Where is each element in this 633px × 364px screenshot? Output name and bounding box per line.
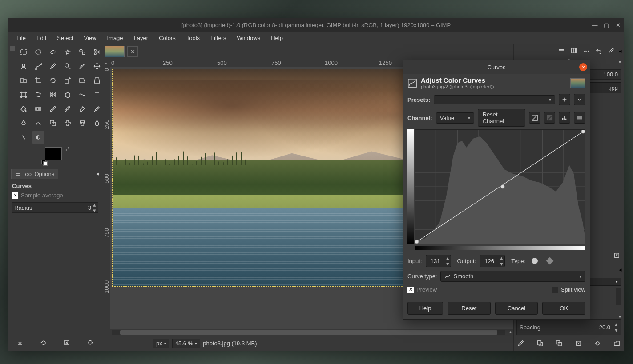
channel-select[interactable]: Value▾ <box>436 112 474 124</box>
vertical-ruler[interactable]: 0 250 500 750 1000 <box>102 67 110 329</box>
tool-mypaint[interactable] <box>32 117 44 129</box>
point-type-circle[interactable] <box>529 255 540 267</box>
new-brush-icon[interactable] <box>536 340 543 348</box>
zoom-select[interactable]: 45.6 %▾ <box>172 339 200 348</box>
tool-smudge[interactable] <box>17 131 30 144</box>
tool-gradient[interactable] <box>32 103 44 115</box>
undo-tab-icon[interactable] <box>593 45 605 56</box>
histogram-log-icon[interactable] <box>544 112 556 124</box>
tool-zoom[interactable] <box>61 60 74 72</box>
refresh-brush-icon[interactable] <box>594 340 601 348</box>
menu-view[interactable]: View <box>80 33 101 43</box>
edit-brush-icon[interactable] <box>517 340 524 348</box>
unit-select[interactable]: px▾ <box>153 339 169 348</box>
input-field[interactable]: ▴▾ <box>426 255 451 267</box>
menu-filters[interactable]: Filters <box>206 33 230 43</box>
tool-bucket-fill[interactable] <box>17 103 30 115</box>
layers-tab-icon[interactable] <box>556 45 567 56</box>
menu-help[interactable]: Help <box>266 33 287 43</box>
channels-tab-icon[interactable] <box>568 45 580 56</box>
menu-colors[interactable]: Colors <box>154 33 180 43</box>
maximize-button[interactable]: ▢ <box>603 22 609 28</box>
tool-perspective-clone[interactable] <box>76 117 89 129</box>
help-button[interactable]: Help <box>407 302 443 315</box>
tool-heal[interactable] <box>61 117 74 129</box>
menu-edit[interactable]: Edit <box>32 33 51 43</box>
tool-handle-transform[interactable] <box>32 88 44 101</box>
curves-titlebar[interactable]: Curves ✕ <box>403 60 590 74</box>
menu-tools[interactable]: Tools <box>182 33 204 43</box>
dup-brush-icon[interactable] <box>556 340 562 348</box>
tool-paths[interactable] <box>32 60 44 72</box>
restore-preset-icon[interactable] <box>40 339 47 348</box>
tool-free-select[interactable] <box>47 46 59 58</box>
tool-move[interactable] <box>91 60 103 72</box>
tool-scissors[interactable] <box>91 46 103 58</box>
tool-options-tab[interactable]: ▭Tool Options <box>11 169 58 179</box>
histogram-linear-icon[interactable] <box>529 112 540 124</box>
right-dock-cfg-icon[interactable]: ◂ <box>619 48 622 54</box>
ok-button[interactable]: OK <box>542 302 585 315</box>
image-tab-close[interactable]: ✕ <box>127 46 138 57</box>
collapse2-icon[interactable]: ▾ <box>619 60 621 64</box>
tool-color-picker[interactable] <box>47 60 59 72</box>
tool-clone[interactable] <box>47 117 59 129</box>
delete-preset-icon[interactable] <box>63 339 70 348</box>
tool-cage[interactable] <box>61 88 74 101</box>
brush-tab-icon[interactable] <box>605 45 617 56</box>
menu-select[interactable]: Select <box>52 33 77 43</box>
minimize-button[interactable]: — <box>592 22 598 28</box>
ruler-origin[interactable]: ▸ <box>102 59 110 67</box>
reset-button[interactable]: Reset <box>448 302 491 315</box>
tool-fuzzy-select[interactable] <box>61 46 74 58</box>
tool-unified-transform[interactable] <box>17 88 30 101</box>
menu-windows[interactable]: Windows <box>232 33 265 43</box>
tool-ellipse-select[interactable] <box>32 46 44 58</box>
radius-field[interactable]: Radius 3 ▴▾ <box>12 202 98 213</box>
close-button[interactable]: ✕ <box>615 22 621 28</box>
tool-blur[interactable] <box>91 117 103 129</box>
histogram-4-icon[interactable] <box>574 112 585 124</box>
image-tab-thumb[interactable] <box>105 46 125 57</box>
paths-tab-icon[interactable] <box>581 45 592 56</box>
dock-configure-icon[interactable]: ◂ <box>96 170 99 177</box>
right-dock-cfg2-icon[interactable]: ◂ <box>619 266 622 273</box>
brush-expand-icon[interactable]: ▾ <box>619 314 621 319</box>
tool-scale[interactable] <box>61 74 74 87</box>
preset-menu-button[interactable] <box>574 94 585 105</box>
tool-foreground-select[interactable] <box>17 60 30 72</box>
curve-type-select[interactable]: Smooth▾ <box>440 271 585 282</box>
preview-checkbox[interactable]: ✕ <box>407 287 414 293</box>
tool-measure[interactable] <box>76 60 89 72</box>
reset-preset-icon[interactable] <box>87 339 94 348</box>
preset-add-button[interactable] <box>559 94 570 105</box>
tool-perspective[interactable] <box>91 74 103 87</box>
tool-rect-select[interactable] <box>17 46 30 58</box>
tool-eraser[interactable] <box>76 103 89 115</box>
sample-average-checkbox[interactable]: ✕ <box>12 192 18 199</box>
menu-image[interactable]: Image <box>102 33 127 43</box>
cancel-button[interactable]: Cancel <box>495 302 538 315</box>
tool-by-color-select[interactable] <box>76 46 89 58</box>
tool-text[interactable] <box>91 88 103 101</box>
del-brush-icon[interactable] <box>575 340 582 348</box>
split-view-checkbox[interactable] <box>552 287 558 293</box>
curves-close-button[interactable]: ✕ <box>579 63 587 71</box>
tool-align[interactable] <box>17 74 30 87</box>
menu-file[interactable]: File <box>12 33 30 43</box>
presets-select[interactable]: ▾ <box>434 95 555 104</box>
tool-crop[interactable] <box>32 74 44 87</box>
horizontal-scrollbar[interactable]: ▴ <box>102 329 513 336</box>
curves-plot[interactable] <box>415 129 585 244</box>
tool-flip[interactable] <box>47 88 59 101</box>
reset-channel-button[interactable]: Reset Channel <box>478 109 525 127</box>
tool-airbrush[interactable] <box>91 103 103 115</box>
brush-scroll[interactable] <box>616 288 621 305</box>
tool-paintbrush[interactable] <box>61 103 74 115</box>
save-preset-icon[interactable] <box>16 339 24 348</box>
tool-dodge-burn[interactable] <box>32 131 44 144</box>
tool-warp[interactable] <box>76 88 89 101</box>
tool-pencil[interactable] <box>47 103 59 115</box>
tool-ink[interactable] <box>17 117 30 129</box>
point-type-diamond[interactable] <box>544 255 556 267</box>
